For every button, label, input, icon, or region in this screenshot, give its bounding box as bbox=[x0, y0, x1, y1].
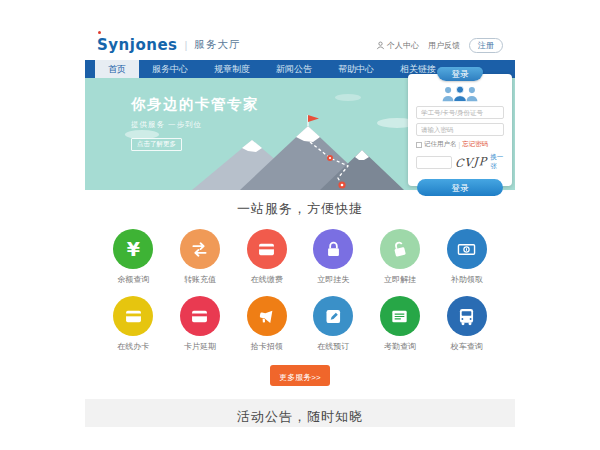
yen-icon: ¥ bbox=[127, 238, 140, 260]
top-links: 个人中心 用户反馈 注册 bbox=[376, 38, 503, 53]
password-input[interactable] bbox=[416, 123, 504, 136]
captcha-refresh-link[interactable]: 换一张 bbox=[490, 153, 504, 171]
service-label: 在线预订 bbox=[300, 341, 367, 352]
page: Synjones | 服务大厅 个人中心 用户反馈 注册 首页 服务中心 规章制… bbox=[0, 0, 600, 450]
megaphone-icon bbox=[256, 306, 277, 327]
service-label: 余额查询 bbox=[100, 274, 167, 285]
services-section: 一站服务，方便快捷 ¥ 余额查询 转账充值 bbox=[85, 190, 515, 386]
service-item-unfreeze[interactable]: 立即解挂 bbox=[367, 229, 434, 285]
nav-item-home[interactable]: 首页 bbox=[95, 60, 139, 78]
renewal-icon-circle[interactable] bbox=[180, 296, 220, 336]
register-button[interactable]: 注册 bbox=[469, 38, 503, 53]
service-label: 拾卡招领 bbox=[233, 341, 300, 352]
login-tab[interactable]: 登录 bbox=[437, 67, 483, 81]
brand: Synjones | 服务大厅 bbox=[97, 36, 240, 54]
logo[interactable]: Synjones bbox=[97, 36, 178, 54]
captcha-input[interactable] bbox=[416, 156, 452, 169]
logo-dot-icon bbox=[98, 31, 101, 34]
card-icon bbox=[256, 239, 277, 260]
cloud-decoration bbox=[335, 94, 361, 101]
nav-item-help-center[interactable]: 帮助中心 bbox=[325, 60, 387, 78]
nav-item-news[interactable]: 新闻公告 bbox=[263, 60, 325, 78]
service-label: 卡片延期 bbox=[167, 341, 234, 352]
edit-icon-circle[interactable] bbox=[313, 296, 353, 336]
lock-icon bbox=[323, 239, 344, 260]
announcements-title: 活动公告，随时知晓 bbox=[85, 408, 515, 426]
personal-center-link[interactable]: 个人中心 bbox=[376, 40, 419, 51]
service-item-balance[interactable]: ¥ 余额查询 bbox=[100, 229, 167, 285]
remember-row: 记住用户名 | 忘记密码 bbox=[416, 140, 504, 149]
service-label: 立即挂失 bbox=[300, 274, 367, 285]
account-input[interactable] bbox=[416, 106, 504, 119]
service-item-report-loss[interactable]: 立即挂失 bbox=[300, 229, 367, 285]
card-icon bbox=[123, 306, 144, 327]
services-title: 一站服务，方便快捷 bbox=[85, 200, 515, 218]
attendance-icon-circle[interactable] bbox=[380, 296, 420, 336]
users-group-icon bbox=[441, 85, 479, 102]
forgot-password-link[interactable]: 忘记密码 bbox=[462, 140, 488, 149]
service-label: 转账充值 bbox=[167, 274, 234, 285]
service-label: 补助领取 bbox=[433, 274, 500, 285]
hero-text: 你身边的卡管专家 提供服务 一步到位 点击了解更多 bbox=[131, 95, 259, 151]
login-submit-button[interactable]: 登录 bbox=[417, 179, 503, 196]
transfer-icon bbox=[189, 239, 210, 260]
banknote-icon-circle[interactable] bbox=[447, 229, 487, 269]
top-bar: Synjones | 服务大厅 个人中心 用户反馈 注册 bbox=[85, 30, 515, 60]
announcements-section: 活动公告，随时知晓 使用指南 最新公告 更多>> 使用指南 更多>> bbox=[85, 399, 515, 427]
hero-cta-button[interactable]: 点击了解更多 bbox=[131, 138, 182, 151]
service-item-lost-found[interactable]: 拾卡招领 bbox=[233, 296, 300, 352]
more-services-label: 更多服务>> bbox=[279, 373, 320, 382]
bus-icon-circle[interactable] bbox=[447, 296, 487, 336]
pay-icon-circle[interactable] bbox=[247, 229, 287, 269]
remember-checkbox[interactable] bbox=[416, 142, 422, 148]
transfer-icon-circle[interactable] bbox=[180, 229, 220, 269]
service-item-reservation[interactable]: 在线预订 bbox=[300, 296, 367, 352]
bus-icon bbox=[456, 306, 477, 327]
services-grid: ¥ 余额查询 转账充值 在线缴费 bbox=[100, 229, 500, 352]
website-screenshot: Synjones | 服务大厅 个人中心 用户反馈 注册 首页 服务中心 规章制… bbox=[85, 30, 515, 427]
site-name: 服务大厅 bbox=[194, 38, 240, 52]
service-label: 立即解挂 bbox=[367, 274, 434, 285]
nav-item-rules[interactable]: 规章制度 bbox=[201, 60, 263, 78]
service-label: 考勤查询 bbox=[367, 341, 434, 352]
remember-label: 记住用户名 bbox=[424, 140, 457, 149]
more-services-button[interactable]: 更多服务>> bbox=[270, 365, 329, 386]
brand-divider: | bbox=[185, 39, 188, 51]
nav-item-service-center[interactable]: 服务中心 bbox=[139, 60, 201, 78]
service-item-apply-card[interactable]: 在线办卡 bbox=[100, 296, 167, 352]
user-icon bbox=[376, 41, 385, 50]
edit-icon bbox=[323, 306, 344, 327]
service-label: 校车查询 bbox=[433, 341, 500, 352]
captcha-image: CVJP bbox=[455, 154, 488, 169]
remember-divider: | bbox=[459, 141, 461, 148]
service-item-subsidy[interactable]: 补助领取 bbox=[433, 229, 500, 285]
card-icon bbox=[189, 306, 210, 327]
service-item-school-bus[interactable]: 校车查询 bbox=[433, 296, 500, 352]
captcha-row: CVJP 换一张 bbox=[416, 153, 504, 171]
service-item-transfer[interactable]: 转账充值 bbox=[167, 229, 234, 285]
unlock-icon-circle[interactable] bbox=[380, 229, 420, 269]
hero-title: 你身边的卡管专家 bbox=[131, 95, 259, 114]
service-item-attendance[interactable]: 考勤查询 bbox=[367, 296, 434, 352]
unlock-icon bbox=[389, 239, 410, 260]
login-submit-label: 登录 bbox=[452, 183, 469, 193]
service-item-pay-online[interactable]: 在线缴费 bbox=[233, 229, 300, 285]
login-panel: 登录 记住用户名 | 忘记密码 CVJP 换一张 bbox=[408, 74, 512, 186]
apply-card-icon-circle[interactable] bbox=[113, 296, 153, 336]
megaphone-icon-circle[interactable] bbox=[247, 296, 287, 336]
feedback-label: 用户反馈 bbox=[428, 40, 460, 51]
personal-center-label: 个人中心 bbox=[387, 40, 419, 51]
hero-subtitle: 提供服务 一步到位 bbox=[131, 120, 259, 130]
banknote-icon bbox=[456, 239, 477, 260]
service-label: 在线缴费 bbox=[233, 274, 300, 285]
lock-icon-circle[interactable] bbox=[313, 229, 353, 269]
hero-banner: 你身边的卡管专家 提供服务 一步到位 点击了解更多 登录 bbox=[85, 78, 515, 190]
balance-icon-circle[interactable]: ¥ bbox=[113, 229, 153, 269]
service-label: 在线办卡 bbox=[100, 341, 167, 352]
attendance-icon bbox=[389, 306, 410, 327]
service-item-card-renewal[interactable]: 卡片延期 bbox=[167, 296, 234, 352]
feedback-link[interactable]: 用户反馈 bbox=[428, 40, 460, 51]
